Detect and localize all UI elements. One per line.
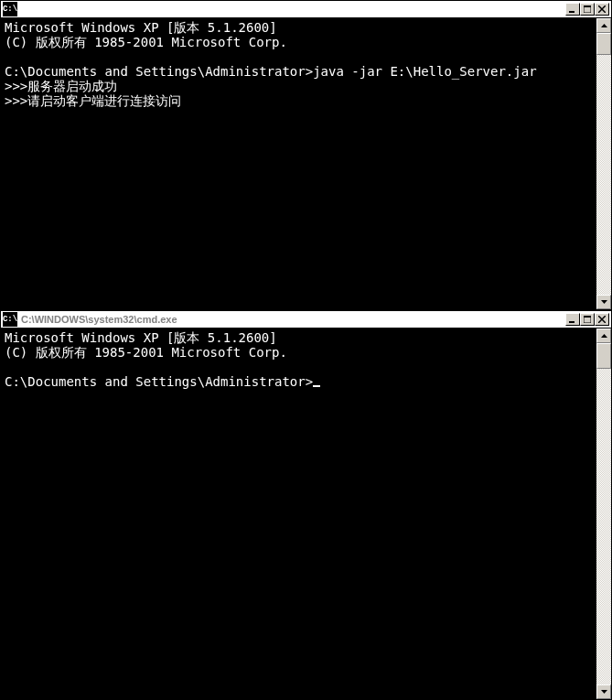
window-title: C:\WINDOWS\system32\cmd.exe [21, 314, 565, 325]
scroll-track[interactable] [596, 369, 611, 684]
cursor [313, 385, 320, 387]
scroll-up-button[interactable] [596, 328, 611, 343]
cmd-window-1: C:\ Microsoft Windows XP [版本 5.1.2600] (… [0, 0, 612, 310]
terminal-output[interactable]: Microsoft Windows XP [版本 5.1.2600] (C) 版… [1, 328, 596, 699]
maximize-button[interactable] [580, 313, 595, 326]
window-controls [565, 3, 609, 16]
titlebar[interactable]: C:\ C:\WINDOWS\system32\cmd.exe [1, 311, 611, 328]
scrollbar[interactable] [596, 18, 611, 309]
terminal-output[interactable]: Microsoft Windows XP [版本 5.1.2600] (C) 版… [1, 18, 596, 309]
scroll-thumb[interactable] [596, 343, 611, 369]
minimize-button[interactable] [565, 3, 580, 16]
cmd-icon: C:\ [3, 2, 17, 16]
scroll-down-button[interactable] [596, 295, 611, 309]
maximize-button[interactable] [580, 3, 595, 16]
svg-marker-13 [601, 690, 607, 694]
svg-marker-5 [601, 24, 607, 27]
scroll-up-button[interactable] [596, 18, 611, 33]
scroll-thumb[interactable] [596, 33, 611, 55]
svg-rect-0 [569, 11, 574, 13]
close-button[interactable] [595, 3, 609, 16]
svg-rect-9 [584, 316, 591, 318]
titlebar[interactable]: C:\ [1, 1, 611, 18]
svg-rect-2 [584, 5, 591, 7]
svg-marker-6 [601, 300, 607, 304]
svg-rect-7 [569, 321, 574, 323]
cmd-icon: C:\ [3, 312, 17, 327]
scroll-down-button[interactable] [596, 684, 611, 699]
window-controls [565, 313, 609, 326]
minimize-button[interactable] [565, 313, 580, 326]
svg-marker-12 [601, 334, 607, 338]
cmd-window-2: C:\ C:\WINDOWS\system32\cmd.exe Microsof… [0, 310, 612, 700]
scroll-track[interactable] [596, 55, 611, 295]
scrollbar[interactable] [596, 328, 611, 699]
close-button[interactable] [595, 313, 609, 326]
